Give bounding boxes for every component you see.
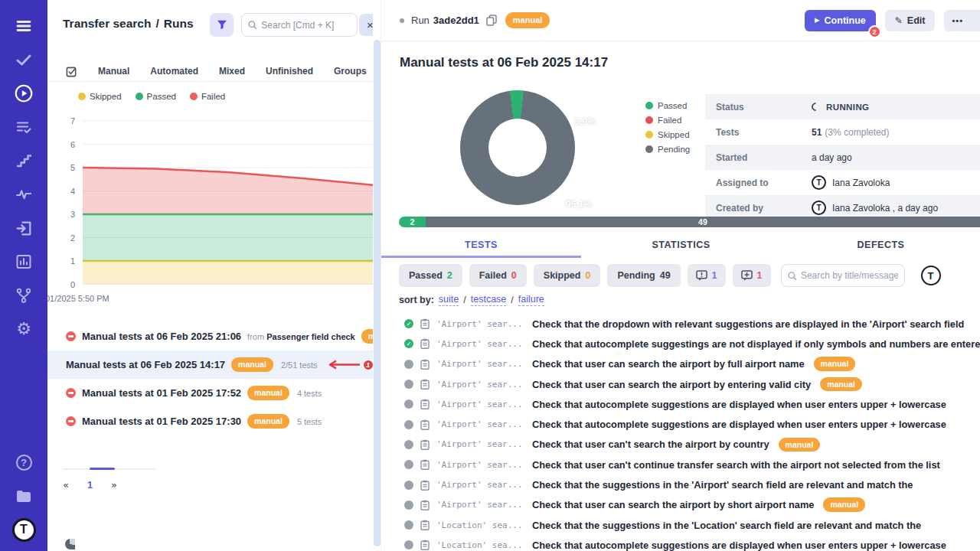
- tests-check-icon[interactable]: [7, 43, 41, 77]
- test-plans-icon[interactable]: [7, 110, 41, 144]
- tests-count: 51: [812, 127, 822, 138]
- app-logo[interactable]: T: [7, 513, 41, 546]
- info-row-tests: Tests 51(3% completed): [705, 119, 980, 145]
- run-list-item[interactable]: Manual tests at 01 Feb 2025 17:52 manual…: [47, 379, 373, 407]
- shared-steps-icon[interactable]: [7, 211, 41, 245]
- runs-search-input[interactable]: [261, 20, 351, 31]
- runs-tab[interactable]: Groups: [334, 66, 367, 77]
- test-list-item[interactable]: 'Airport' sear... Check that user can se…: [381, 374, 980, 394]
- detail-tab[interactable]: TESTS: [381, 234, 581, 258]
- select-runs-icon[interactable]: [66, 66, 77, 77]
- test-list-item[interactable]: 'Airport' sear... Check that the dropdow…: [381, 314, 980, 334]
- copy-run-id-button[interactable]: [486, 15, 497, 26]
- run-status-icon: [65, 539, 75, 549]
- activity-pulse-icon[interactable]: [7, 178, 41, 211]
- sort-by-suite-link[interactable]: suite: [439, 294, 459, 306]
- run-list-item[interactable]: Manual tests at 06 Feb 2025 21:06 from P…: [47, 322, 373, 350]
- test-list-item[interactable]: 'Location' sea... Check that the suggest…: [381, 515, 980, 535]
- breadcrumb-project[interactable]: Transfer search: [63, 17, 151, 30]
- runs-filter-tabs: ManualAutomatedMixedUnfinishedGroups: [47, 61, 373, 82]
- clipped-button[interactable]: [964, 10, 980, 31]
- manual-badge: manual: [814, 357, 856, 371]
- run-title: Manual tests at 01 Feb 2025 17:52: [82, 387, 241, 399]
- testcase-clipboard-icon: [420, 379, 430, 390]
- projects-folder-icon[interactable]: [7, 479, 41, 513]
- test-title: Check that user can search the airport b…: [532, 379, 811, 390]
- continue-button[interactable]: ▶ Continue 2: [805, 10, 876, 31]
- run-list-item[interactable]: Manual tests at 06 Feb 2025 14:17 manual…: [47, 350, 373, 379]
- pagination-prev-button[interactable]: «: [63, 479, 69, 491]
- integrations-branch-icon[interactable]: [7, 279, 41, 312]
- test-suite-name: 'Airport' sear...: [436, 359, 525, 369]
- pagination-next-button[interactable]: »: [111, 479, 117, 491]
- status-filter-chip[interactable]: Passed2: [399, 264, 462, 287]
- assigned-value[interactable]: Iana Zavoloka: [832, 178, 890, 188]
- test-list-item[interactable]: 'Airport' sear... Check that user can't …: [381, 435, 980, 455]
- runs-tab[interactable]: Manual: [98, 66, 129, 77]
- legend-dot: [645, 102, 653, 109]
- filter-button[interactable]: [210, 13, 234, 37]
- funnel-icon: [217, 20, 227, 30]
- donut-pending-label: 96.1%: [552, 199, 606, 210]
- status-filter-chip[interactable]: Pending49: [607, 264, 680, 287]
- menu-icon[interactable]: [7, 9, 41, 43]
- runs-play-icon[interactable]: [7, 77, 41, 110]
- app-window: ⚙ ? T Transfer search/Runs × M: [0, 0, 980, 551]
- detail-tab[interactable]: DEFECTS: [781, 234, 980, 258]
- legend-item: Passed: [136, 92, 176, 101]
- status-filter-chip[interactable]: Skipped0: [534, 264, 601, 287]
- pagination: « 1 »: [63, 479, 117, 491]
- tests-search-input[interactable]: [801, 270, 898, 281]
- legend-dot: [136, 93, 143, 100]
- test-title: Check that autocomplete suggestions are …: [532, 419, 946, 430]
- runs-tab[interactable]: Mixed: [219, 66, 245, 77]
- run-tests-count: 5 tests: [297, 417, 322, 426]
- testcase-clipboard-icon: [420, 439, 430, 450]
- testcase-clipboard-icon: [420, 520, 430, 530]
- test-list-item[interactable]: 'Airport' sear... Check that the suggest…: [381, 474, 980, 494]
- test-list-item[interactable]: 'Airport' sear... Check that autocomplet…: [381, 394, 980, 414]
- run-title: Manual tests at 01 Feb 2025 17:30: [82, 416, 241, 427]
- status-donut-chart: 3.9% 96.1%: [460, 90, 575, 205]
- pagination-page-1[interactable]: 1: [87, 480, 93, 491]
- pencil-icon: ✎: [895, 15, 903, 26]
- detail-tab[interactable]: STATISTICS: [581, 234, 781, 258]
- run-label: Run: [411, 15, 430, 26]
- progress-passed-segment: 2: [399, 217, 426, 227]
- manual-badge: manual: [823, 497, 865, 512]
- created-value: Iana Zavoloka , a day ago: [832, 203, 938, 214]
- milestones-icon[interactable]: [7, 144, 41, 178]
- annotation-number: 1: [362, 359, 373, 371]
- run-title: Manual tests at 06 Feb 2025 14:17: [66, 359, 225, 370]
- test-title: Check that the suggestions in the 'Airpo…: [532, 479, 913, 491]
- test-list-item[interactable]: 'Airport' sear... Check that user can't …: [381, 455, 980, 474]
- user-avatar[interactable]: T: [921, 266, 941, 285]
- edit-button[interactable]: ✎ Edit: [885, 10, 936, 31]
- sort-by-testcase-link[interactable]: testcase: [471, 294, 507, 306]
- settings-gear-icon[interactable]: ⚙: [7, 312, 41, 346]
- test-list-item[interactable]: 'Location' sea... Check that autocomplet…: [381, 535, 980, 551]
- runs-history-chart: 01234567: [47, 107, 373, 295]
- test-list-item[interactable]: 'Airport' sear... Check that user can se…: [381, 354, 980, 374]
- test-list-item[interactable]: 'Airport' sear... Check that autocomplet…: [381, 334, 980, 354]
- legend-dot: [645, 116, 653, 124]
- test-list-item[interactable]: 'Airport' sear... Check that user can se…: [381, 495, 980, 515]
- reports-chart-icon[interactable]: [7, 245, 41, 279]
- comments-filter-chip[interactable]: 1: [688, 264, 726, 287]
- help-icon[interactable]: ?: [7, 445, 41, 479]
- test-status-dot: [404, 520, 413, 530]
- sidebar: ⚙ ? T: [0, 0, 47, 551]
- sort-by-failure-link[interactable]: failure: [518, 294, 544, 306]
- status-filter-row: Passed2 Failed0 Skipped0 Pending49 1 1: [399, 264, 941, 287]
- run-progress-bar: 2 49: [399, 217, 980, 227]
- runs-tab[interactable]: Automated: [150, 66, 198, 77]
- close-search-button[interactable]: ×: [359, 14, 373, 36]
- vertical-scrollbar[interactable]: [374, 40, 381, 546]
- run-list-item[interactable]: Manual tests at 01 Feb 2025 17:30 manual…: [47, 407, 373, 435]
- attachments-filter-chip[interactable]: 1: [733, 264, 771, 287]
- test-list-item[interactable]: 'Airport' sear... Check that autocomplet…: [381, 414, 980, 434]
- run-status-dot: [400, 18, 404, 23]
- runs-tab[interactable]: Unfinished: [266, 66, 313, 77]
- status-filter-chip[interactable]: Failed0: [469, 264, 527, 287]
- svg-text:2: 2: [70, 233, 75, 243]
